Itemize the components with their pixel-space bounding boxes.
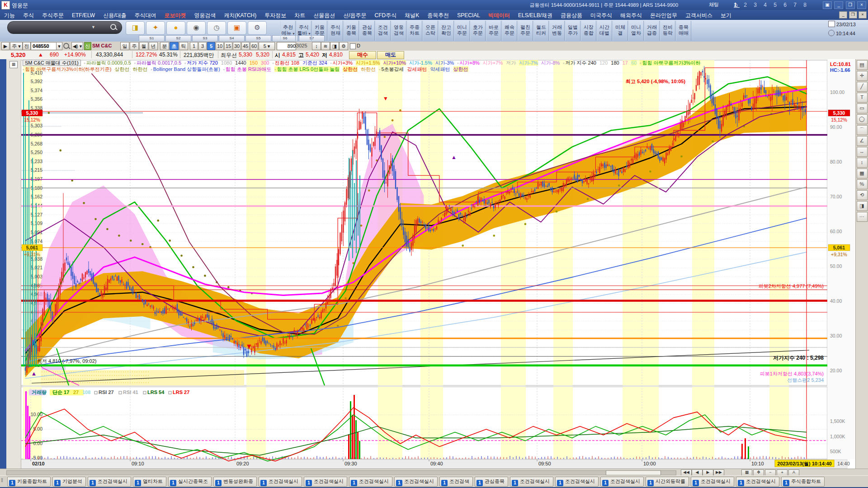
draw-tool-icon-8[interactable]: ↔ [857, 147, 868, 157]
candle-tool-icon[interactable]: ↕ [312, 42, 321, 50]
toolbar-button-시간대별[interactable]: 시간대별 [597, 21, 612, 41]
sound-button[interactable]: ◀) ▾ [71, 42, 83, 50]
taskbar-item-17[interactable]: 1조건검색실시 [736, 477, 779, 487]
chart-settings-icon[interactable]: ⚙ [339, 42, 348, 50]
taskbar-item-18[interactable]: 1주식종합차트 [781, 477, 825, 487]
menu-item-캐치(KATCH)[interactable]: 캐치(KATCH) [220, 10, 260, 19]
chart-scrollbar[interactable] [6, 470, 676, 475]
chart-tool-1[interactable]: ✥ [753, 469, 764, 476]
menu-item-선물옵션[interactable]: 선물옵션 [309, 10, 339, 19]
draw-tool-icon-14[interactable]: ⋯ [857, 212, 868, 222]
taskbar-item-13[interactable]: 1조건검색실시 [555, 477, 599, 487]
menu-item-로보마켓[interactable]: 로보마켓 [160, 10, 190, 19]
save-chart-icon[interactable]: ◨ [330, 42, 339, 50]
mdi-close-button[interactable]: × [859, 11, 867, 19]
env-dropdown[interactable]: 주 ▾ [10, 42, 23, 50]
menu-item-기능[interactable]: 기능 [0, 10, 19, 19]
taskbar-item-10[interactable]: 1조건검색 [439, 477, 473, 487]
save-icon[interactable]: ◨ [126, 21, 145, 35]
mdi-minimize-button[interactable]: _ [839, 11, 847, 19]
menu-item-미국주식[interactable]: 미국주식 [586, 10, 616, 19]
preset-button-S1[interactable]: S1 [139, 35, 165, 42]
sell-button[interactable]: 매도 [377, 51, 404, 59]
mode-분[interactable]: 분 [160, 42, 169, 50]
chart-canvas[interactable]: 5,4105,3925,3745,3565,3385,3035,2865,268… [0, 59, 868, 469]
preset-button-S2[interactable]: S2 [165, 35, 191, 42]
taskbar-item-1[interactable]: 1기업분석 [52, 477, 86, 487]
menu-item-주식주문[interactable]: 주식주문 [38, 10, 68, 19]
menu-item-차트[interactable]: 차트 [290, 10, 309, 19]
mode-초[interactable]: 초 [170, 42, 179, 50]
chart-tool-4[interactable]: A [788, 469, 799, 476]
toolbar-button-전비등락[interactable]: 전비등락 [660, 21, 675, 41]
stock-code-input[interactable]: 048550 [31, 42, 58, 50]
nav-button-2[interactable]: ▶ [703, 469, 713, 476]
close-button[interactable]: × [857, 1, 866, 9]
taskbar-item-5[interactable]: 1변동성완화종 [213, 477, 257, 487]
buy-button[interactable]: 매수 [349, 51, 376, 59]
draw-tool-icon-11[interactable]: % [857, 179, 868, 189]
mode-틱[interactable]: 틱 [179, 42, 188, 50]
draw-tool-icon-10[interactable]: ▦ [857, 169, 868, 178]
menu-item-빅데이터[interactable]: 빅데이터 [484, 10, 514, 19]
toolbar-button-주식현재[interactable]: 주식현재 [328, 21, 343, 41]
menu-item-주식대여[interactable]: 주식대여 [130, 10, 160, 19]
interval-60[interactable]: 60 [250, 42, 258, 50]
draw-tool-icon-5[interactable]: ◯ [857, 114, 868, 124]
toolbar-button-거래급증[interactable]: 거래급증 [644, 21, 660, 41]
period-월[interactable]: 월 [139, 42, 148, 50]
draw-tool-icon-3[interactable]: T [857, 93, 868, 103]
toolbar-button-펼친주문[interactable]: 펼친주문 [518, 21, 533, 41]
compare-tool-icon[interactable]: ≋ [321, 42, 330, 50]
toolbar-button-미니열차[interactable]: 미니열차 [628, 21, 644, 41]
menu-item-금융상품[interactable]: 금융상품 [557, 10, 586, 19]
menu-item-종목추천[interactable]: 종목추천 [423, 10, 453, 19]
toolbar-button-월드티커[interactable]: 월드티커 [533, 21, 549, 41]
chart-scrollbar-thumb[interactable] [606, 470, 661, 475]
code-dropdown-icon[interactable]: ▾ [56, 42, 62, 50]
grid-icon[interactable]: ▦ [9, 61, 18, 68]
toolbar-button-추천메뉴[interactable]: 추천메뉴 ▾ [280, 21, 296, 41]
menu-item-ETF/ELW[interactable]: ETF/ELW [68, 10, 99, 19]
taskbar-item-11[interactable]: 1관심종목 [475, 477, 508, 487]
menu-item-신용/대출[interactable]: 신용/대출 [99, 10, 130, 19]
toolbar-button-오픈스탁[interactable]: 오픈스탁 [423, 21, 438, 41]
draw-tool-icon-2[interactable]: ╱ [857, 82, 868, 92]
taskbar-item-7[interactable]: 1조건검색실시 [304, 477, 347, 487]
toolbar-button-주식툴바[interactable]: 주식툴바 ▾ [296, 21, 311, 41]
camera-icon[interactable]: ◉ [187, 21, 206, 35]
interval-10[interactable]: 10 [216, 42, 224, 50]
menu-item-영웅검색[interactable]: 영웅검색 [190, 10, 220, 19]
toolbar-button-관심종목[interactable]: 관심종목 [359, 21, 375, 41]
toolbar-button-잔고확인[interactable]: 잔고확인 [439, 21, 454, 41]
prev-button[interactable]: 전 [23, 42, 31, 50]
restore-button[interactable]: ❒ [846, 1, 855, 9]
menu-item-투자정보[interactable]: 투자정보 [260, 10, 290, 19]
chart-tool-3[interactable]: ＋ [777, 469, 788, 476]
minimize-button[interactable]: _ [834, 1, 843, 9]
taskbar-item-14[interactable]: 1조건검색실시 [600, 477, 644, 487]
menu-item-고객서비스[interactable]: 고객서비스 [681, 10, 717, 19]
draw-tool-icon-12[interactable]: ⟲ [857, 190, 868, 200]
taskbar-item-2[interactable]: 1조건검색실시 [88, 477, 131, 487]
taskbar-item-3[interactable]: 1멀티차트 [133, 477, 166, 487]
preset-button-S5[interactable]: S5 [245, 35, 271, 42]
draw-tool-icon-13[interactable]: ◨ [857, 201, 868, 211]
period-일[interactable]: 일 [120, 42, 129, 50]
toolbar-button-쾌속주문[interactable]: 쾌속주문 [502, 21, 517, 41]
mdi-restore-button[interactable]: ❒ [849, 11, 857, 19]
preset-button-S3[interactable]: S3 [192, 35, 218, 42]
draw-tool-icon-7[interactable]: ∠ [857, 136, 868, 146]
chart-tool-0[interactable]: ▦ [741, 469, 752, 476]
toolbar-button-미체결[interactable]: 미체결 [613, 21, 628, 41]
menu-item-해외주식[interactable]: 해외주식 [616, 10, 646, 19]
toolbar-button-시장종합[interactable]: 시장종합 [581, 21, 596, 41]
toolbar-button-호가주문[interactable]: 호가주문 [470, 21, 486, 41]
toolbar-button-주종차트[interactable]: 주종차트 [407, 21, 422, 41]
menu-item-SPECIAL[interactable]: SPECIAL [453, 10, 484, 19]
toolbar-button-일별주가[interactable]: 일별주가 [565, 21, 580, 41]
chat-button[interactable]: 채팅 [709, 1, 719, 8]
draw-tool-icon-0[interactable]: ▤ [857, 60, 868, 70]
toolbar-button-조건검색[interactable]: 조건검색 [375, 21, 391, 41]
menu-item-보기[interactable]: 보기 [717, 10, 736, 19]
